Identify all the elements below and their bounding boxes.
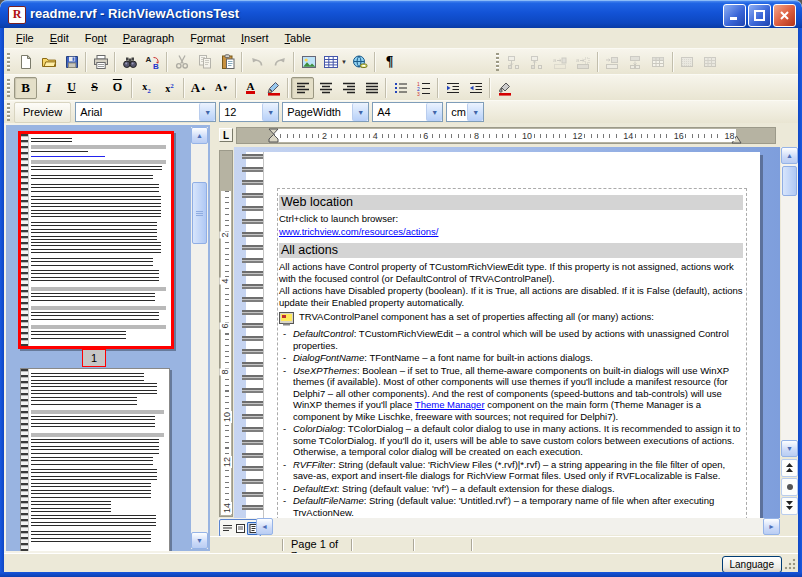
- chevron-down-icon[interactable]: ▼: [467, 103, 483, 121]
- language-button[interactable]: Language: [722, 556, 783, 573]
- menu-item-file[interactable]: File: [8, 30, 42, 46]
- tab-selector-button[interactable]: L: [219, 128, 233, 142]
- insert-cols-left-icon: a: [552, 53, 569, 70]
- window-title: readme.rvf - RichViewActionsTest: [30, 6, 239, 21]
- page-thumbnail-2[interactable]: [20, 368, 170, 553]
- scrollbar-thumb[interactable]: [192, 182, 207, 244]
- horizontal-ruler: 24681012141618: [236, 127, 776, 144]
- doc-hyperlink[interactable]: Theme Manager: [415, 399, 485, 410]
- ruler-number: 2: [321, 131, 328, 141]
- indent-markers[interactable]: [268, 128, 280, 144]
- previous-page-button[interactable]: [781, 459, 798, 477]
- chevron-down-icon[interactable]: ▼: [426, 103, 442, 121]
- document-scrollbar[interactable]: ▲ ▼: [781, 147, 798, 457]
- scroll-left-button[interactable]: ◄: [256, 518, 273, 535]
- document-page[interactable]: Web location Ctrl+click to launch browse…: [246, 152, 760, 518]
- align-left-button[interactable]: [291, 77, 314, 99]
- ruler-number: 2: [220, 232, 230, 239]
- toolbar-grip[interactable]: [7, 79, 10, 97]
- strikethrough-button[interactable]: S: [83, 77, 106, 99]
- chevron-down-icon[interactable]: ▼: [352, 103, 368, 121]
- justify-button[interactable]: [360, 77, 383, 99]
- shrink-font-button[interactable]: A▼: [210, 77, 233, 99]
- toolbar-grip[interactable]: [496, 53, 499, 71]
- toolbar-separator: [287, 78, 289, 98]
- save-button[interactable]: [60, 51, 83, 73]
- increase-indent-button[interactable]: [464, 77, 487, 99]
- menu-item-format[interactable]: Format: [182, 30, 233, 46]
- underline-button[interactable]: U: [60, 77, 83, 99]
- scroll-right-button[interactable]: ►: [763, 518, 780, 535]
- menu-item-table[interactable]: Table: [277, 30, 319, 46]
- menu-item-insert[interactable]: Insert: [233, 30, 277, 46]
- grow-font-button[interactable]: A▲: [187, 77, 210, 99]
- preview-button[interactable]: Preview: [14, 102, 71, 123]
- view-web-button[interactable]: [234, 522, 246, 535]
- scrollbar-thumb[interactable]: [782, 166, 797, 196]
- paste-button[interactable]: [216, 51, 239, 73]
- zoom-combo[interactable]: PageWidth ▼: [282, 102, 369, 122]
- toolbar-grip[interactable]: [7, 103, 10, 121]
- decrease-indent-button[interactable]: [441, 77, 464, 99]
- scroll-down-button[interactable]: ▼: [191, 532, 208, 549]
- italic-icon: I: [40, 79, 57, 96]
- scroll-up-button[interactable]: ▲: [191, 127, 208, 144]
- pane-splitter[interactable]: [210, 123, 218, 553]
- browse-object-button[interactable]: [781, 478, 798, 496]
- ruler-number: 8: [220, 368, 230, 375]
- resize-grip[interactable]: [784, 558, 796, 570]
- paragraph-color-button[interactable]: [493, 77, 516, 99]
- minimize-button[interactable]: [723, 4, 746, 27]
- insert-hyperlink-button[interactable]: [349, 51, 372, 73]
- page-number-badge[interactable]: 1: [82, 349, 106, 367]
- document-content[interactable]: Web location Ctrl+click to launch browse…: [279, 192, 743, 518]
- font-size-combo[interactable]: 12 ▼: [219, 102, 279, 122]
- subscript-button[interactable]: x2: [135, 77, 158, 99]
- bullets-button[interactable]: [389, 77, 412, 99]
- dropdown-arrow-icon[interactable]: ▼: [341, 59, 347, 65]
- chevron-down-icon[interactable]: ▼: [199, 103, 215, 121]
- bold-button[interactable]: B: [14, 77, 37, 99]
- doc-item-lead: ColorDialog: [293, 423, 343, 434]
- toolbar-grip[interactable]: [7, 53, 10, 71]
- insert-rows-above-icon: [506, 53, 523, 70]
- show-paragraph-marks-button[interactable]: ¶: [378, 51, 401, 73]
- maximize-button[interactable]: [748, 4, 771, 27]
- split-cells-button: [624, 51, 647, 73]
- table-properties-button: [647, 51, 670, 73]
- open-button[interactable]: [37, 51, 60, 73]
- paper-size-combo[interactable]: A4 ▼: [372, 102, 443, 122]
- insert-table-button[interactable]: ▼: [320, 51, 349, 73]
- find-button[interactable]: [118, 51, 141, 73]
- close-button[interactable]: [773, 4, 796, 27]
- align-center-button[interactable]: [314, 77, 337, 99]
- numbering-button[interactable]: 123: [412, 77, 435, 99]
- replace-button[interactable]: AB: [141, 51, 164, 73]
- ruler-number: 8: [473, 131, 480, 141]
- scroll-down-button[interactable]: ▼: [781, 440, 798, 457]
- document-canvas[interactable]: Web location Ctrl+click to launch browse…: [234, 147, 780, 518]
- chevron-down-icon[interactable]: ▼: [262, 103, 278, 121]
- units-combo[interactable]: cm ▼: [446, 102, 484, 122]
- menu-item-paragraph[interactable]: Paragraph: [115, 30, 182, 46]
- superscript-button[interactable]: x2: [158, 77, 181, 99]
- print-button[interactable]: [89, 51, 112, 73]
- page-thumbnail-1-selected[interactable]: [18, 131, 174, 349]
- scroll-up-button[interactable]: ▲: [781, 147, 798, 164]
- menu-item-font[interactable]: Font: [77, 30, 115, 46]
- font-color-button[interactable]: A: [239, 77, 262, 99]
- insert-picture-button[interactable]: [297, 51, 320, 73]
- italic-button[interactable]: I: [37, 77, 60, 99]
- view-normal-button[interactable]: [221, 522, 233, 535]
- menu-item-edit[interactable]: Edit: [42, 30, 77, 46]
- title-bar[interactable]: R readme.rvf - RichViewActionsTest: [0, 0, 802, 28]
- doc-hyperlink[interactable]: www.trichview.com/resources/actions/: [279, 226, 438, 237]
- overline-button[interactable]: O: [106, 77, 129, 99]
- font-name-combo[interactable]: Arial ▼: [75, 102, 216, 122]
- align-right-button[interactable]: [337, 77, 360, 99]
- text-highlight-button[interactable]: [262, 77, 285, 99]
- new-button[interactable]: [14, 51, 37, 73]
- preview-scrollbar[interactable]: ▲ ▼: [191, 127, 208, 549]
- document-horizontal-scrollbar[interactable]: [218, 518, 780, 535]
- next-page-button[interactable]: [781, 497, 798, 515]
